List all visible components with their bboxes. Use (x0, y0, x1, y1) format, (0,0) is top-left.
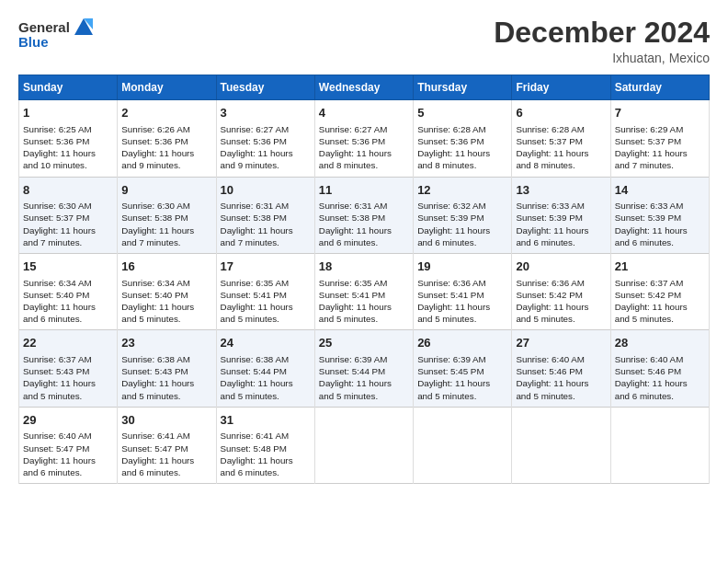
cell-line: Daylight: 11 hours (23, 454, 113, 466)
day-number: 11 (319, 182, 409, 199)
day-number: 3 (221, 105, 311, 121)
weekday-header-wednesday: Wednesday (314, 75, 413, 100)
cell-line: Daylight: 11 hours (23, 224, 113, 236)
cell-line: Sunrise: 6:38 AM (121, 353, 211, 365)
title-block: December 2024 Ixhuatan, Mexico (494, 17, 710, 65)
cell-line: Sunrise: 6:30 AM (23, 200, 113, 212)
cell-line: Sunrise: 6:25 AM (23, 123, 113, 135)
calendar-cell: 30Sunrise: 6:41 AMSunset: 5:47 PMDayligh… (118, 407, 216, 483)
cell-line: and 5 minutes. (319, 390, 409, 402)
calendar-cell: 15Sunrise: 6:34 AMSunset: 5:40 PMDayligh… (19, 254, 118, 330)
cell-line: Daylight: 11 hours (516, 147, 606, 159)
cell-line: Sunrise: 6:34 AM (23, 277, 113, 289)
cell-line: and 5 minutes. (615, 313, 705, 325)
cell-line: and 5 minutes. (516, 313, 606, 325)
cell-line: and 6 minutes. (615, 236, 705, 248)
cell-line: Sunset: 5:46 PM (516, 365, 606, 377)
cell-line: Sunset: 5:44 PM (319, 365, 409, 377)
cell-line: Daylight: 11 hours (23, 147, 113, 159)
cell-line: Sunrise: 6:31 AM (221, 200, 311, 212)
cell-line: Sunrise: 6:28 AM (417, 123, 507, 135)
calendar-cell: 13Sunrise: 6:33 AMSunset: 5:39 PMDayligh… (512, 177, 610, 253)
cell-line: Sunset: 5:39 PM (516, 212, 606, 224)
day-number: 22 (23, 335, 113, 351)
cell-line: Daylight: 11 hours (221, 377, 311, 389)
calendar-cell (512, 407, 610, 483)
cell-line: Sunrise: 6:37 AM (23, 353, 113, 365)
calendar-cell: 5Sunrise: 6:28 AMSunset: 5:36 PMDaylight… (414, 100, 512, 177)
cell-line: Sunset: 5:38 PM (319, 212, 409, 224)
cell-line: and 5 minutes. (221, 390, 311, 402)
day-number: 14 (615, 182, 705, 199)
cell-line: Sunset: 5:47 PM (121, 442, 211, 454)
calendar-week-4: 22Sunrise: 6:37 AMSunset: 5:43 PMDayligh… (19, 330, 710, 407)
cell-line: Sunset: 5:40 PM (23, 289, 113, 301)
cell-line: Sunset: 5:41 PM (221, 289, 311, 301)
calendar-table: SundayMondayTuesdayWednesdayThursdayFrid… (18, 75, 710, 484)
day-number: 8 (23, 182, 113, 199)
cell-line: Daylight: 11 hours (319, 147, 409, 159)
weekday-header-monday: Monday (118, 75, 216, 100)
cell-line: Sunset: 5:36 PM (221, 135, 311, 147)
day-number: 10 (221, 182, 311, 199)
cell-line: Sunset: 5:36 PM (23, 135, 113, 147)
weekday-header-sunday: Sunday (19, 75, 118, 100)
calendar-cell: 21Sunrise: 6:37 AMSunset: 5:42 PMDayligh… (610, 254, 709, 330)
calendar-cell: 8Sunrise: 6:30 AMSunset: 5:37 PMDaylight… (19, 177, 118, 253)
cell-line: Sunset: 5:36 PM (319, 135, 409, 147)
cell-line: Sunset: 5:42 PM (516, 289, 606, 301)
calendar-cell: 11Sunrise: 6:31 AMSunset: 5:38 PMDayligh… (314, 177, 413, 253)
cell-line: Daylight: 11 hours (23, 301, 113, 313)
calendar-cell: 6Sunrise: 6:28 AMSunset: 5:37 PMDaylight… (512, 100, 610, 177)
cell-line: Daylight: 11 hours (319, 377, 409, 389)
cell-line: Sunrise: 6:27 AM (319, 123, 409, 135)
cell-line: and 7 minutes. (121, 236, 211, 248)
cell-line: Sunrise: 6:36 AM (516, 277, 606, 289)
cell-line: Daylight: 11 hours (615, 224, 705, 236)
cell-line: and 9 minutes. (221, 159, 311, 171)
cell-line: Sunrise: 6:39 AM (417, 353, 507, 365)
calendar-cell: 17Sunrise: 6:35 AMSunset: 5:41 PMDayligh… (216, 254, 314, 330)
page: General Blue December 2024 Ixhuatan, Mex… (0, 0, 728, 563)
month-title: December 2024 (494, 17, 710, 49)
calendar-cell: 16Sunrise: 6:34 AMSunset: 5:40 PMDayligh… (118, 254, 216, 330)
cell-line: Daylight: 11 hours (417, 224, 507, 236)
cell-line: Sunrise: 6:41 AM (221, 430, 311, 442)
calendar-cell: 2Sunrise: 6:26 AMSunset: 5:36 PMDaylight… (118, 100, 216, 177)
cell-line: Sunset: 5:36 PM (417, 135, 507, 147)
calendar-cell: 19Sunrise: 6:36 AMSunset: 5:41 PMDayligh… (414, 254, 512, 330)
calendar-cell: 31Sunrise: 6:41 AMSunset: 5:48 PMDayligh… (216, 407, 314, 483)
cell-line: Daylight: 11 hours (121, 454, 211, 466)
cell-line: Sunset: 5:43 PM (23, 365, 113, 377)
calendar-week-3: 15Sunrise: 6:34 AMSunset: 5:40 PMDayligh… (19, 254, 710, 330)
cell-line: and 5 minutes. (23, 390, 113, 402)
cell-line: Daylight: 11 hours (516, 224, 606, 236)
day-number: 2 (121, 105, 211, 121)
cell-line: Sunrise: 6:34 AM (121, 277, 211, 289)
calendar-cell: 26Sunrise: 6:39 AMSunset: 5:45 PMDayligh… (414, 330, 512, 407)
cell-line: Daylight: 11 hours (417, 377, 507, 389)
calendar-cell: 28Sunrise: 6:40 AMSunset: 5:46 PMDayligh… (610, 330, 709, 407)
cell-line: and 6 minutes. (23, 313, 113, 325)
day-number: 17 (221, 259, 311, 275)
cell-line: and 5 minutes. (221, 313, 311, 325)
day-number: 25 (319, 335, 409, 351)
calendar-cell: 9Sunrise: 6:30 AMSunset: 5:38 PMDaylight… (118, 177, 216, 253)
cell-line: Sunrise: 6:32 AM (417, 200, 507, 212)
cell-line: Sunset: 5:37 PM (23, 212, 113, 224)
cell-line: and 7 minutes. (221, 236, 311, 248)
day-number: 28 (615, 335, 705, 351)
calendar-cell: 23Sunrise: 6:38 AMSunset: 5:43 PMDayligh… (118, 330, 216, 407)
calendar-cell: 4Sunrise: 6:27 AMSunset: 5:36 PMDaylight… (314, 100, 413, 177)
cell-line: Daylight: 11 hours (221, 454, 311, 466)
cell-line: Sunrise: 6:33 AM (615, 200, 705, 212)
cell-line: Daylight: 11 hours (615, 147, 705, 159)
cell-line: Sunset: 5:36 PM (121, 135, 211, 147)
day-number: 29 (23, 412, 113, 429)
cell-line: Sunrise: 6:35 AM (221, 277, 311, 289)
cell-line: Sunset: 5:47 PM (23, 442, 113, 454)
calendar-cell: 7Sunrise: 6:29 AMSunset: 5:37 PMDaylight… (610, 100, 709, 177)
cell-line: Daylight: 11 hours (121, 224, 211, 236)
cell-line: Daylight: 11 hours (221, 301, 311, 313)
cell-line: Daylight: 11 hours (516, 377, 606, 389)
